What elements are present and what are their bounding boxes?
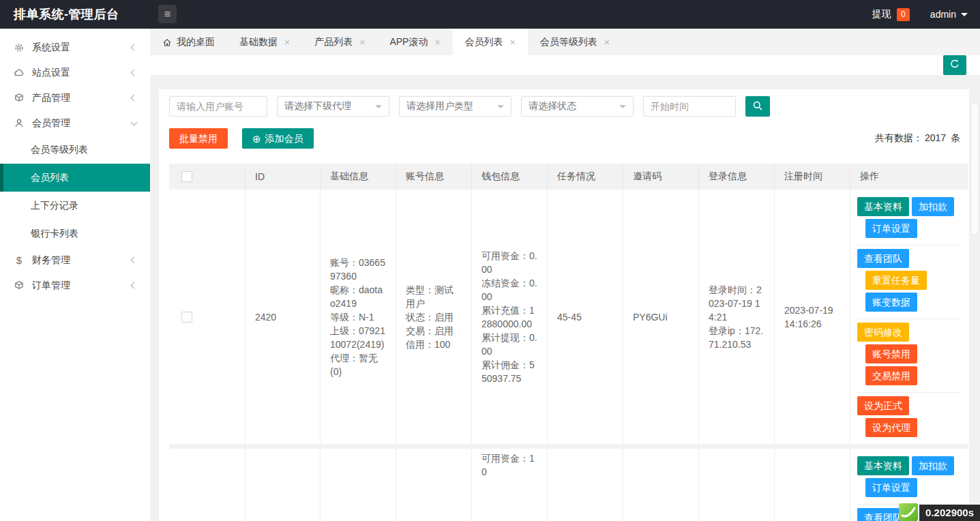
close-icon[interactable]: × (284, 37, 290, 48)
cell-id: 2420 (246, 190, 321, 444)
cell-invite-code (623, 449, 699, 521)
basic-account: 账号：0366597360 (330, 256, 386, 283)
sidebar-toggle-button[interactable]: ≡ (158, 5, 177, 23)
sidebar-item-site-settings[interactable]: 站点设置 (0, 60, 150, 85)
cell-register-time: 2023-07-19 14:16:26 (775, 190, 850, 444)
chevron-left-icon (131, 282, 138, 289)
cell-login-info (699, 449, 775, 521)
content-card: 请选择下级代理 请选择用户类型 请选择状态 (159, 89, 969, 521)
select-all-checkbox[interactable] (181, 171, 192, 182)
set-official-button[interactable]: 设为正式 (857, 396, 909, 415)
sidebar-item-finance-management[interactable]: $ 财务管理 (0, 248, 150, 273)
start-time-input[interactable] (643, 96, 736, 117)
total-count: 共有数据：2017 条 (875, 132, 960, 145)
tab-app-scroll[interactable]: APP滚动 × (377, 29, 452, 55)
tab-bar: 我的桌面 基础数据 × 产品列表 × APP滚动 × 会员列表 × 会员等级列表… (150, 29, 980, 55)
refresh-button[interactable] (943, 55, 966, 75)
member-table: ID 基础信息 账号信息 钱包信息 任务情况 邀请码 登录信息 注册时间 操作 … (169, 164, 968, 521)
cell-account-info: 类型：测试用户 状态：启用 交易：启用 信用：100 (396, 190, 472, 444)
submenu-label: 上下分记录 (31, 200, 78, 212)
chevron-down-icon (497, 105, 504, 112)
basic-level: 等级：N-1 (330, 310, 386, 324)
cell-id (246, 449, 321, 521)
cube-icon (14, 93, 25, 104)
search-button[interactable] (745, 96, 770, 117)
column-header-wallet-info: 钱包信息 (472, 164, 548, 190)
account-search-input[interactable] (169, 96, 267, 117)
close-icon[interactable]: × (359, 37, 365, 48)
add-member-button[interactable]: ⊕ 添加会员 (242, 128, 314, 149)
sidebar-item-member-management[interactable]: 会员管理 (0, 110, 150, 136)
chevron-down-icon (131, 119, 138, 125)
agent-select[interactable]: 请选择下级代理 (277, 96, 389, 117)
disable-account-button[interactable]: 账号禁用 (865, 344, 917, 363)
row-checkbox[interactable] (181, 312, 192, 323)
column-header-basic-info: 基础信息 (321, 164, 396, 190)
tab-my-desktop[interactable]: 我的桌面 (150, 29, 227, 55)
sidebar-item-member-list[interactable]: 会员列表 (0, 164, 150, 192)
wallet-available: 可用资金：10 (481, 451, 537, 479)
tab-member-level-list[interactable]: 会员等级列表 × (528, 29, 622, 55)
user-menu[interactable]: admin (930, 9, 968, 20)
order-settings-button[interactable]: 订单设置 (865, 478, 917, 497)
tab-product-list[interactable]: 产品列表 × (302, 29, 377, 55)
sidebar-item-label: 财务管理 (32, 254, 132, 267)
cell-basic-info: 账号：0366597360 昵称：daotao2419 等级：N-1 上级：07… (321, 190, 396, 444)
reset-tasks-button[interactable]: 重置任务量 (865, 271, 927, 290)
user-type-select[interactable]: 请选择用户类型 (399, 96, 511, 117)
op-group-1: 基本资料加扣款 订单设置 (857, 453, 962, 505)
sidebar-item-label: 产品管理 (32, 92, 132, 104)
scrollbar-thumb[interactable] (970, 102, 979, 235)
page-toolbar (150, 55, 980, 75)
column-header-id: ID (246, 164, 321, 190)
basic-profile-button[interactable]: 基本资料 (857, 197, 909, 216)
close-icon[interactable]: × (510, 37, 516, 48)
view-team-button[interactable]: 查看团队 (857, 249, 909, 268)
set-agent-button[interactable]: 设为代理 (865, 418, 917, 437)
basic-profile-button[interactable]: 基本资料 (857, 456, 909, 475)
cloud-icon (14, 68, 25, 78)
app-title: 排单系统-管理后台 (0, 6, 119, 23)
change-password-button[interactable]: 密码修改 (857, 323, 909, 342)
main-area: 我的桌面 基础数据 × 产品列表 × APP滚动 × 会员列表 × 会员等级列表… (150, 29, 980, 521)
chevron-left-icon (131, 70, 138, 76)
batch-disable-button[interactable]: 批量禁用 (169, 128, 228, 149)
sidebar-item-member-level-list[interactable]: 会员等级列表 (0, 136, 150, 164)
tab-label: 会员列表 (465, 36, 503, 48)
tab-basic-data[interactable]: 基础数据 × (227, 29, 302, 55)
cell-account-info (396, 449, 472, 521)
sidebar: 系统设置 站点设置 产品管理 会员管理 会员等级列表 (0, 29, 150, 521)
table-actions-row: 批量禁用 ⊕ 添加会员 共有数据：2017 条 (169, 128, 969, 149)
balance-data-button[interactable]: 账变数据 (865, 293, 917, 312)
sidebar-item-updown-records[interactable]: 上下分记录 (0, 192, 150, 220)
total-number: 2017 (925, 132, 946, 143)
cube-icon (14, 280, 25, 291)
close-icon[interactable]: × (434, 37, 440, 48)
select-placeholder: 请选择下级代理 (284, 100, 351, 113)
disable-trade-button[interactable]: 交易禁用 (865, 366, 917, 385)
sidebar-item-system-settings[interactable]: 系统设置 (0, 35, 150, 60)
tab-label: 会员等级列表 (540, 36, 597, 48)
sidebar-item-product-management[interactable]: 产品管理 (0, 85, 150, 110)
table-row: 可用资金：10 基本资料加扣款 订单设置 查看团队 (169, 449, 968, 521)
cell-basic-info (321, 449, 396, 521)
sidebar-item-order-management[interactable]: 订单管理 (0, 273, 150, 298)
withdraw-link[interactable]: 提现 (872, 8, 891, 20)
sidebar-item-label: 订单管理 (32, 280, 132, 292)
wallet-total-recharge: 累计充值：12880000.00 (481, 303, 537, 331)
search-icon (752, 100, 763, 113)
home-icon (162, 38, 172, 47)
sidebar-item-bankcard-list[interactable]: 银行卡列表 (0, 220, 150, 248)
add-deduct-button[interactable]: 加扣款 (912, 197, 954, 216)
basic-nickname: 昵称：daotao2419 (330, 283, 386, 310)
order-settings-button[interactable]: 订单设置 (865, 219, 917, 238)
cell-wallet-info: 可用资金：0.00 冻结资金：0.00 累计充值：12880000.00 累计提… (472, 190, 548, 444)
sidebar-item-label: 站点设置 (32, 67, 132, 79)
add-deduct-button[interactable]: 加扣款 (912, 456, 954, 475)
select-placeholder: 请选择用户类型 (406, 100, 473, 113)
tab-label: 基础数据 (239, 36, 278, 48)
row-separator (169, 444, 968, 449)
status-select[interactable]: 请选择状态 (521, 96, 634, 117)
tab-member-list[interactable]: 会员列表 × (453, 29, 528, 55)
close-icon[interactable]: × (604, 37, 610, 48)
